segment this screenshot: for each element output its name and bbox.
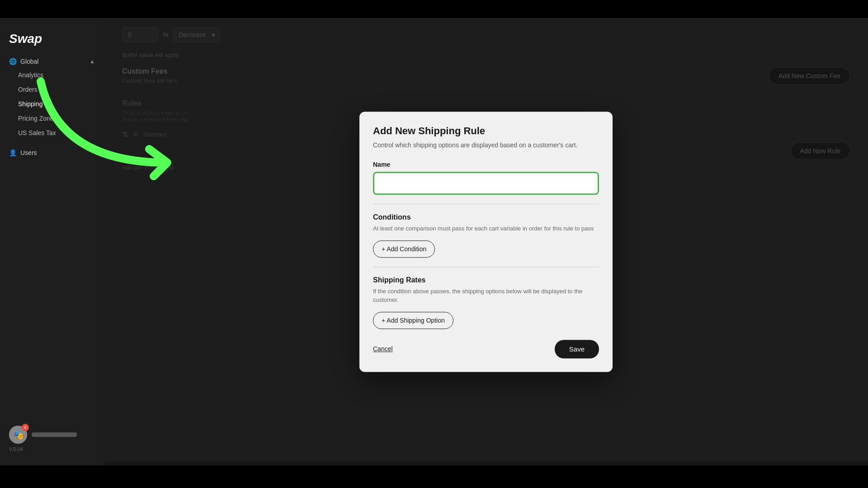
bottom-bar [0, 465, 868, 488]
sidebar-item-analytics[interactable]: Analytics [0, 68, 104, 82]
name-label: Name [373, 161, 599, 168]
user-avatar-area: 🎭 6 [9, 426, 95, 444]
conditions-title: Conditions [373, 213, 599, 221]
name-input-wrapper [373, 172, 599, 195]
modal-overlay: Add New Shipping Rule Control which ship… [104, 18, 868, 465]
sidebar: Swap 🌐 Global ▲ Analytics Orders Shippin… [0, 18, 104, 465]
cancel-button[interactable]: Cancel [373, 345, 393, 352]
modal-title: Add New Shipping Rule [373, 125, 599, 137]
shipping-rates-section: Shipping Rates If the condition above pa… [373, 276, 599, 329]
sidebar-item-us-sales-tax[interactable]: US Sales Tax [0, 126, 104, 140]
modal-divider-1 [373, 204, 599, 204]
chevron-up-icon: ▲ [90, 58, 95, 65]
sidebar-section-global[interactable]: 🌐 Global ▲ [0, 55, 104, 68]
conditions-section: Conditions At least one comparison must … [373, 213, 599, 258]
sidebar-section-users[interactable]: 👤 Users [0, 145, 104, 161]
sidebar-item-shipping[interactable]: Shipping [0, 97, 104, 111]
sidebar-global-label: Global [20, 58, 38, 65]
add-shipping-rule-modal: Add New Shipping Rule Control which ship… [359, 112, 613, 372]
top-bar [0, 0, 868, 18]
users-icon: 👤 [9, 149, 17, 156]
name-input[interactable] [375, 174, 597, 192]
sidebar-bottom: 🎭 6 V.0.04 [0, 421, 104, 456]
add-shipping-option-button[interactable]: + Add Shipping Option [373, 312, 453, 329]
conditions-desc: At least one comparison must pass for ea… [373, 224, 599, 233]
version-text: V.0.04 [9, 446, 95, 452]
sidebar-item-pricing-zones[interactable]: Pricing Zones [0, 111, 104, 126]
name-form-group: Name [373, 161, 599, 195]
globe-icon: 🌐 [9, 58, 17, 65]
shipping-rates-desc: If the condition above passes, the shipp… [373, 287, 599, 305]
sidebar-item-orders[interactable]: Orders [0, 82, 104, 97]
username-placeholder [32, 432, 77, 437]
app-logo: Swap [0, 27, 104, 55]
modal-divider-2 [373, 267, 599, 267]
modal-description: Control which shipping options are displ… [373, 141, 599, 150]
sidebar-users-label: Users [20, 149, 37, 156]
notification-badge: 6 [22, 424, 29, 431]
shipping-rates-title: Shipping Rates [373, 276, 599, 284]
add-condition-button[interactable]: + Add Condition [373, 240, 435, 258]
save-button[interactable]: Save [555, 340, 599, 358]
modal-footer: Cancel Save [373, 340, 599, 358]
